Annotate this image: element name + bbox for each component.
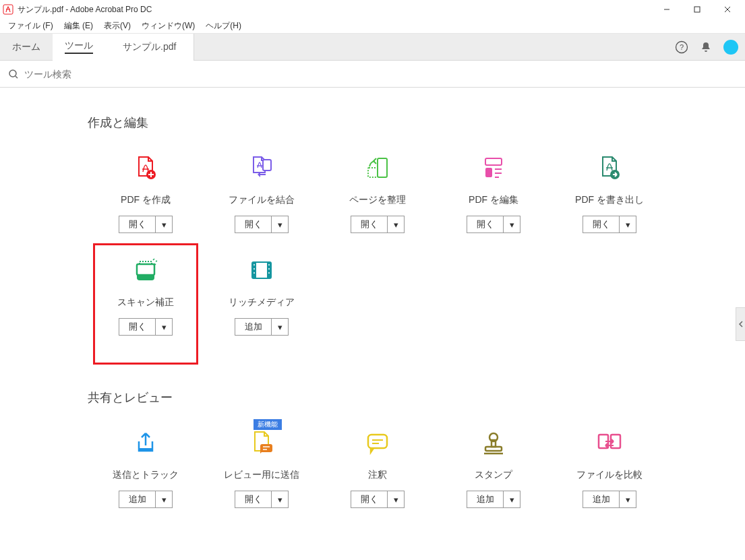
close-button[interactable] [712, 0, 742, 19]
action-label: 開く [583, 216, 620, 232]
svg-rect-35 [368, 435, 387, 448]
tab-document-label: サンプル.pdf [123, 41, 176, 53]
menu-view[interactable]: 表示(V) [98, 19, 136, 33]
action-label: 開く [235, 491, 272, 507]
search-input[interactable] [24, 69, 737, 80]
tool-label: 注釈 [368, 469, 387, 481]
chevron-down-icon[interactable]: ▾ [388, 216, 404, 232]
avatar[interactable] [723, 40, 738, 55]
window-controls [651, 0, 742, 19]
bell-icon[interactable] [699, 40, 713, 54]
action-label: 開く [351, 216, 388, 232]
tool-action-button[interactable]: 開く ▾ [583, 216, 636, 233]
tab-home[interactable]: ホーム [0, 34, 53, 61]
chevron-down-icon[interactable]: ▾ [156, 491, 172, 507]
combine-files-icon [241, 151, 282, 185]
maximize-button[interactable] [682, 0, 712, 19]
help-icon[interactable]: ? [675, 40, 688, 54]
svg-point-27 [254, 272, 255, 274]
tool-export-pdf[interactable]: PDF を書き出し 開く ▾ [552, 151, 667, 253]
tool-label: ファイルを比較 [576, 469, 643, 481]
chevron-down-icon[interactable]: ▾ [620, 491, 636, 507]
action-label: 追加 [583, 491, 620, 507]
tab-tools-label: ツール [65, 40, 93, 54]
tool-label: リッチメディア [229, 297, 295, 309]
svg-point-29 [268, 268, 270, 270]
window-title: サンプル.pdf - Adobe Acrobat Pro DC [18, 4, 651, 15]
menu-help[interactable]: ヘルプ(H) [200, 19, 247, 33]
tool-action-button[interactable]: 開く ▾ [235, 216, 289, 233]
svg-rect-40 [485, 447, 502, 451]
tool-action-button[interactable]: 開く ▾ [119, 318, 173, 336]
svg-rect-15 [485, 158, 502, 165]
chevron-down-icon[interactable]: ▾ [504, 216, 520, 232]
search-icon [8, 69, 19, 80]
export-pdf-icon [589, 151, 630, 185]
svg-rect-13 [378, 158, 387, 177]
tool-combine-files[interactable]: ファイルを結合 開く ▾ [204, 151, 320, 253]
tab-tools[interactable]: ツール [53, 34, 105, 61]
tool-edit-pdf[interactable]: PDF を編集 開く ▾ [436, 151, 552, 253]
action-label: 開く [351, 491, 388, 507]
tool-action-button[interactable]: 追加 ▾ [467, 491, 520, 508]
svg-rect-16 [485, 168, 492, 177]
tool-action-button[interactable]: 開く ▾ [351, 491, 405, 508]
tool-organize-pages[interactable]: ページを整理 開く ▾ [320, 151, 436, 253]
tool-action-button[interactable]: 開く ▾ [235, 491, 289, 508]
tool-send-track[interactable]: 送信とトラック 追加 ▾ [88, 426, 204, 528]
tool-send-for-review[interactable]: 新機能 レビュー用に送信 開く ▾ [204, 426, 320, 528]
tool-action-button[interactable]: 追加 ▾ [119, 491, 173, 508]
tool-compare-files[interactable]: ファイルを比較 追加 ▾ [552, 426, 667, 528]
rich-media-icon [241, 253, 282, 287]
chevron-down-icon[interactable]: ▾ [272, 216, 288, 232]
tool-action-button[interactable]: 開く ▾ [467, 216, 520, 233]
action-label: 追加 [119, 491, 156, 507]
tool-action-button[interactable]: 開く ▾ [351, 216, 405, 233]
chevron-down-icon[interactable]: ▾ [388, 491, 404, 507]
tool-action-button[interactable]: 追加 ▾ [235, 318, 289, 336]
tool-create-pdf[interactable]: PDF を作成 開く ▾ [88, 151, 204, 253]
right-panel-toggle[interactable] [736, 307, 745, 341]
tool-rich-media[interactable]: リッチメディア 追加 ▾ [204, 253, 320, 356]
tool-label: レビュー用に送信 [224, 469, 299, 481]
edit-pdf-icon [473, 151, 514, 185]
tools-grid-create-edit: PDF を作成 開く ▾ ファイルを結合 開く ▾ ページを整理 開く [88, 151, 725, 356]
svg-line-8 [16, 76, 18, 78]
svg-rect-12 [263, 160, 271, 170]
action-label: 開く [235, 216, 272, 232]
section-title-create-edit: 作成と編集 [88, 115, 725, 131]
tool-label: PDF を作成 [121, 194, 171, 206]
tool-stamp[interactable]: スタンプ 追加 ▾ [436, 426, 552, 528]
tool-label: 送信とトラック [113, 469, 179, 481]
chevron-down-icon[interactable]: ▾ [272, 491, 288, 507]
chevron-down-icon[interactable]: ▾ [272, 319, 288, 335]
chevron-down-icon[interactable]: ▾ [504, 491, 520, 507]
action-label: 開く [467, 216, 504, 232]
menu-window[interactable]: ウィンドウ(W) [136, 19, 200, 33]
tab-document[interactable]: サンプル.pdf [105, 34, 194, 61]
svg-text:?: ? [680, 43, 684, 51]
action-label: 追加 [235, 319, 272, 335]
searchbar [0, 61, 745, 88]
tools-grid-share-review: 送信とトラック 追加 ▾ 新機能 レビュー用に送信 開く ▾ 注釈 [88, 426, 725, 528]
chevron-down-icon[interactable]: ▾ [156, 319, 172, 335]
tool-comment[interactable]: 注釈 開く ▾ [320, 426, 436, 528]
tool-action-button[interactable]: 追加 ▾ [583, 491, 636, 508]
tab-home-label: ホーム [12, 41, 40, 53]
menu-edit[interactable]: 編集 (E) [59, 19, 98, 33]
tool-action-button[interactable]: 開く ▾ [119, 216, 173, 233]
new-badge: 新機能 [254, 419, 282, 430]
titlebar: サンプル.pdf - Adobe Acrobat Pro DC [0, 0, 745, 19]
organize-pages-icon [357, 151, 398, 185]
send-track-icon [125, 426, 166, 460]
svg-point-26 [254, 268, 255, 270]
menu-file[interactable]: ファイル (F) [3, 19, 59, 33]
svg-point-7 [9, 70, 16, 77]
minimize-button[interactable] [651, 0, 682, 19]
tool-label: PDF を書き出し [575, 194, 644, 206]
tabbar: ホーム ツール サンプル.pdf ? [0, 34, 745, 61]
tool-enhance-scans[interactable]: スキャン補正 開く ▾ [88, 253, 204, 356]
chevron-down-icon[interactable]: ▾ [620, 216, 636, 232]
chevron-down-icon[interactable]: ▾ [156, 216, 172, 232]
send-for-review-icon: 新機能 [241, 426, 282, 460]
